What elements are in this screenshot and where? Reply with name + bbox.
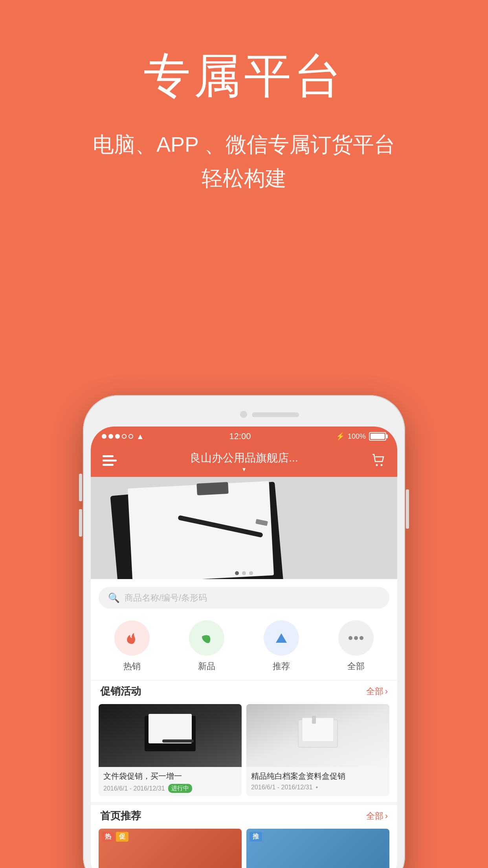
search-placeholder: 商品名称/编号/条形码 [125, 592, 207, 604]
promotions-all-label: 全部 [366, 686, 383, 697]
store-name-container[interactable]: 良山办公用品旗舰店... ▾ [117, 451, 371, 473]
signal-dot-5 [128, 434, 133, 439]
search-bar[interactable]: 🔍 商品名称/编号/条形码 [99, 587, 389, 609]
category-new[interactable]: 新品 [189, 620, 224, 672]
sub-title-line2: 轻松构建 [202, 166, 286, 190]
promo-image-2 [246, 704, 389, 767]
lightning-icon: ⚡ [336, 432, 345, 441]
volume-down-button [79, 509, 82, 537]
svg-marker-12 [276, 633, 287, 643]
product-badges-1: 热 促 [102, 832, 128, 842]
promo-visual-2 [290, 712, 345, 759]
leaf-icon [199, 630, 215, 646]
camera-dot [240, 411, 247, 418]
home-rec-chevron: › [385, 811, 388, 821]
new-label: 新品 [198, 660, 215, 672]
svg-rect-1 [103, 460, 117, 462]
svg-rect-18 [162, 739, 194, 743]
all-label: 全部 [347, 660, 365, 672]
promo-info-2: 精品纯白档案盒资料盒促销 2016/6/1 - 2016/12/31 • [246, 767, 389, 794]
header-section: 专属平台 电脑、APP 、微信专属订货平台 轻松构建 [0, 0, 488, 219]
home-rec-title: 首页推荐 [100, 809, 141, 823]
promo-status-2: • [316, 784, 318, 791]
svg-point-14 [354, 636, 358, 640]
phone-outer: ▲ 12:00 ⚡ 100% [83, 395, 405, 868]
dots-icon [348, 635, 364, 641]
banner-dot-2 [242, 571, 246, 575]
battery-bar [369, 432, 386, 441]
status-time: 12:00 [229, 431, 251, 441]
signal-dot-1 [102, 434, 106, 439]
cart-icon[interactable] [371, 453, 385, 470]
dropdown-arrow: ▾ [117, 465, 371, 473]
battery-tip [386, 434, 388, 438]
svg-rect-0 [103, 455, 114, 457]
signal-indicator [102, 434, 133, 439]
triangle-icon [273, 630, 289, 646]
volume-up-button [79, 474, 82, 501]
all-circle [338, 620, 374, 656]
battery-percent: 100% [348, 432, 366, 441]
svg-rect-10 [196, 482, 228, 495]
promo-status-1: 进行中 [168, 784, 192, 793]
home-rec-all-label: 全部 [366, 810, 383, 822]
sub-title-line1: 电脑、APP 、微信专属订货平台 [93, 132, 395, 156]
phone-screen: ▲ 12:00 ⚡ 100% [91, 427, 397, 868]
product-image-2 [246, 829, 389, 868]
svg-point-15 [360, 636, 363, 640]
svg-rect-17 [149, 714, 192, 743]
banner-dot-1 [235, 571, 239, 575]
status-bar: ▲ 12:00 ⚡ 100% [91, 427, 397, 446]
category-hot[interactable]: 热销 [114, 620, 150, 672]
product-card-1[interactable]: 热 促 [99, 829, 242, 868]
hot-circle [114, 620, 150, 656]
promo-date-text-2: 2016/6/1 - 2016/12/31 [251, 784, 313, 791]
svg-rect-20 [302, 718, 334, 741]
promotions-title: 促销活动 [100, 684, 141, 698]
category-rec[interactable]: 推荐 [264, 620, 299, 672]
category-all[interactable]: 全部 [338, 620, 374, 672]
phone-notch [91, 403, 397, 427]
svg-point-4 [381, 464, 383, 466]
promo-info-1: 文件袋促销，买一增一 2016/6/1 - 2016/12/31 进行中 [99, 767, 242, 796]
promotions-all-link[interactable]: 全部 › [366, 686, 388, 697]
wifi-icon: ▲ [136, 432, 144, 441]
promo-card-1[interactable]: 文件袋促销，买一增一 2016/6/1 - 2016/12/31 进行中 [99, 704, 242, 796]
main-title: 专属平台 [0, 47, 488, 104]
promo-image-1 [99, 704, 242, 767]
speaker-grille [252, 412, 299, 417]
status-right: ⚡ 100% [336, 432, 386, 441]
promo-date-text-1: 2016/6/1 - 2016/12/31 [103, 785, 165, 792]
promo-card-2[interactable]: 精品纯白档案盒资料盒促销 2016/6/1 - 2016/12/31 • [246, 704, 389, 796]
promo-grid: 文件袋促销，买一增一 2016/6/1 - 2016/12/31 进行中 [91, 704, 397, 802]
promo-date-2: 2016/6/1 - 2016/12/31 • [251, 784, 385, 791]
phone-mockup: ▲ 12:00 ⚡ 100% [83, 395, 405, 868]
tag-promo: 促 [116, 832, 128, 842]
signal-dot-4 [122, 434, 127, 439]
svg-rect-21 [312, 716, 316, 724]
promo-name-2: 精品纯白档案盒资料盒促销 [251, 771, 385, 782]
promotions-section: 促销活动 全部 › [91, 680, 397, 802]
rec-label: 推荐 [273, 660, 290, 672]
menu-icon[interactable] [103, 454, 117, 469]
banner-pagination [235, 571, 253, 575]
category-row: 热销 新品 [91, 612, 397, 680]
promo-date-1: 2016/6/1 - 2016/12/31 进行中 [103, 784, 237, 793]
banner-image [91, 477, 397, 579]
store-name: 良山办公用品旗舰店... [117, 451, 371, 465]
hot-label: 热销 [123, 660, 141, 672]
tag-rec: 推 [250, 832, 262, 842]
search-icon: 🔍 [108, 592, 120, 603]
tag-hot: 热 [102, 832, 114, 842]
banner-area[interactable] [91, 477, 397, 579]
product-card-2[interactable]: 推 [246, 829, 389, 868]
status-left: ▲ [102, 432, 144, 441]
home-rec-all-link[interactable]: 全部 › [366, 810, 388, 822]
power-button [406, 489, 409, 529]
product-badges-2: 推 [250, 832, 262, 842]
svg-rect-2 [103, 464, 114, 466]
battery-fill [371, 434, 385, 439]
svg-point-13 [349, 636, 352, 640]
product-row: 热 促 推 [91, 829, 397, 868]
app-navbar: 良山办公用品旗舰店... ▾ [91, 446, 397, 477]
